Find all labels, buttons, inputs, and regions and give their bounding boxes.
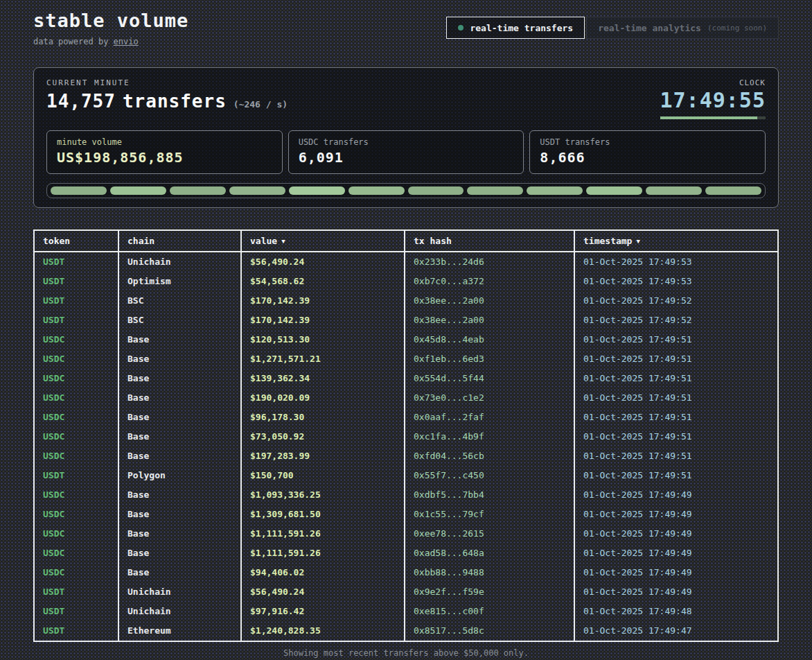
- stat-cards: minute volumeUS$198,856,885USDC transfer…: [46, 130, 766, 174]
- token-cell: USDC: [34, 485, 118, 505]
- chain-cell: Optimism: [118, 272, 241, 291]
- clock-label: CLOCK: [660, 78, 766, 87]
- timestamp-cell: 01-Oct-2025 17:49:51: [574, 349, 778, 369]
- hero-top: CURRENT MINUTE 14,757 transfers (~246 / …: [46, 78, 766, 119]
- tx-hash-link[interactable]: 0x8517...5d8c: [405, 621, 574, 641]
- transfer-row: USDCBase$73,050.920xc1fa...4b9f01-Oct-20…: [34, 427, 778, 446]
- progress-segment: [170, 186, 226, 195]
- tab-realtime-analytics[interactable]: real-time analytics (coming soon): [586, 17, 779, 39]
- progress-segment: [646, 186, 702, 195]
- token-cell: USDC: [34, 408, 118, 427]
- value-cell: $1,309,681.50: [241, 505, 405, 524]
- tx-hash-link[interactable]: 0xfd04...56cb: [405, 446, 574, 466]
- timestamp-cell: 01-Oct-2025 17:49:51: [574, 466, 778, 485]
- tx-hash-link[interactable]: 0x55f7...c450: [405, 466, 574, 485]
- value-cell: $120,513.30: [241, 330, 405, 349]
- timestamp-cell: 01-Oct-2025 17:49:49: [574, 485, 778, 505]
- transfer-row: USDCBase$94,406.020xbb88...948801-Oct-20…: [34, 563, 778, 582]
- tx-hash-link[interactable]: 0x233b...24d6: [405, 252, 574, 272]
- transfer-row: USDTUnichain$97,916.420xe815...c00f01-Oc…: [34, 602, 778, 621]
- chain-cell: Base: [118, 408, 241, 427]
- transfer-row: USDCBase$96,178.300x0aaf...2faf01-Oct-20…: [34, 408, 778, 427]
- transfer-row: USDTOptimism$54,568.620xb7c0...a37201-Oc…: [34, 272, 778, 291]
- chain-cell: Polygon: [118, 466, 241, 485]
- progress-segment: [51, 186, 107, 195]
- transfers-table: tokenchainvalue▼tx hashtimestamp▼ USDTUn…: [33, 229, 779, 642]
- envio-link[interactable]: envio: [114, 37, 139, 46]
- timestamp-cell: 01-Oct-2025 17:49:49: [574, 544, 778, 563]
- timestamp-cell: 01-Oct-2025 17:49:47: [574, 621, 778, 641]
- credit-text: data powered by: [33, 37, 114, 46]
- timestamp-cell: 01-Oct-2025 17:49:52: [574, 291, 778, 311]
- tx-hash-link[interactable]: 0xb7c0...a372: [405, 272, 574, 291]
- chain-cell: Base: [118, 524, 241, 544]
- tx-hash-link[interactable]: 0xe815...c00f: [405, 602, 574, 621]
- chain-cell: Base: [118, 563, 241, 582]
- tx-hash-link[interactable]: 0x554d...5f44: [405, 369, 574, 388]
- progress-segment: [348, 186, 405, 195]
- transfer-unit: transfers: [123, 91, 227, 112]
- chain-cell: BSC: [118, 311, 241, 330]
- value-cell: $56,490.24: [241, 582, 405, 602]
- timestamp-cell: 01-Oct-2025 17:49:49: [574, 582, 778, 602]
- tx-hash-link[interactable]: 0xdbf5...7bb4: [405, 485, 574, 505]
- tx-hash-link[interactable]: 0x38ee...2a00: [405, 291, 574, 311]
- stat-label: USDT transfers: [540, 137, 755, 147]
- value-cell: $150,700: [241, 466, 405, 485]
- minute-progress-bar: [46, 183, 766, 198]
- col-header-timestamp[interactable]: timestamp▼: [574, 230, 778, 252]
- col-header-token: token: [34, 230, 118, 252]
- chain-cell: Base: [118, 485, 241, 505]
- clock-progress-track: [660, 116, 766, 119]
- transfer-row: USDCBase$197,283.990xfd04...56cb01-Oct-2…: [34, 446, 778, 466]
- token-cell: USDT: [34, 291, 118, 311]
- data-credit: data powered by envio: [33, 37, 188, 46]
- token-cell: USDT: [34, 311, 118, 330]
- chain-cell: Ethereum: [118, 621, 241, 641]
- token-cell: USDC: [34, 388, 118, 408]
- brand: stable volume data powered by envio: [33, 10, 188, 46]
- chain-cell: Base: [118, 330, 241, 349]
- col-header-chain: chain: [118, 230, 241, 252]
- tx-hash-link[interactable]: 0xad58...648a: [405, 544, 574, 563]
- timestamp-cell: 01-Oct-2025 17:49:51: [574, 330, 778, 349]
- transfer-row: USDTEthereum$1,240,828.350x8517...5d8c01…: [34, 621, 778, 641]
- tx-hash-link[interactable]: 0xee78...2615: [405, 524, 574, 544]
- tx-hash-link[interactable]: 0xbb88...9488: [405, 563, 574, 582]
- timestamp-cell: 01-Oct-2025 17:49:53: [574, 252, 778, 272]
- value-cell: $197,283.99: [241, 446, 405, 466]
- tx-hash-link[interactable]: 0xf1eb...6ed3: [405, 349, 574, 369]
- page-title: stable volume: [33, 10, 188, 31]
- token-cell: USDT: [34, 252, 118, 272]
- hero-right: CLOCK 17:49:55: [660, 78, 766, 119]
- footer-note: Showing most recent transfers above $50,…: [33, 648, 779, 658]
- timestamp-cell: 01-Oct-2025 17:49:51: [574, 446, 778, 466]
- tx-hash-link[interactable]: 0x9e2f...f59e: [405, 582, 574, 602]
- clock-time: 17:49:55: [660, 89, 766, 112]
- progress-segment: [527, 186, 583, 195]
- stat-card-minute-volume: minute volumeUS$198,856,885: [46, 130, 283, 174]
- tab-realtime-transfers[interactable]: real-time transfers: [446, 17, 585, 39]
- token-cell: USDC: [34, 427, 118, 446]
- timestamp-cell: 01-Oct-2025 17:49:48: [574, 602, 778, 621]
- tx-hash-link[interactable]: 0x0aaf...2faf: [405, 408, 574, 427]
- timestamp-cell: 01-Oct-2025 17:49:49: [574, 505, 778, 524]
- value-cell: $139,362.34: [241, 369, 405, 388]
- timestamp-cell: 01-Oct-2025 17:49:49: [574, 524, 778, 544]
- tx-hash-link[interactable]: 0x73e0...c1e2: [405, 388, 574, 408]
- col-header-value[interactable]: value▼: [241, 230, 405, 252]
- progress-segment: [289, 186, 345, 195]
- token-cell: USDC: [34, 544, 118, 563]
- transfer-row: USDCBase$120,513.300x45d8...4eab01-Oct-2…: [34, 330, 778, 349]
- token-cell: USDC: [34, 563, 118, 582]
- sort-arrow-icon: ▼: [281, 238, 285, 245]
- tx-hash-link[interactable]: 0xc1fa...4b9f: [405, 427, 574, 446]
- coming-soon-note: (coming soon): [707, 24, 767, 33]
- tx-hash-link[interactable]: 0x38ee...2a00: [405, 311, 574, 330]
- progress-segment: [110, 186, 166, 195]
- current-minute-panel: CURRENT MINUTE 14,757 transfers (~246 / …: [33, 67, 779, 208]
- progress-segment: [229, 186, 285, 195]
- sort-arrow-icon: ▼: [636, 238, 639, 245]
- tx-hash-link[interactable]: 0x45d8...4eab: [405, 330, 574, 349]
- tx-hash-link[interactable]: 0x1c55...79cf: [405, 505, 574, 524]
